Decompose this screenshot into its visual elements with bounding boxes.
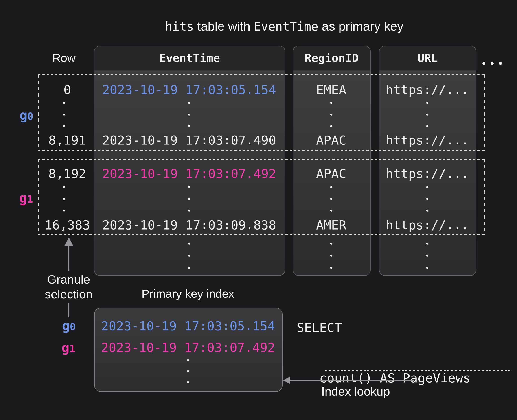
pk-index-entry-g0: 2023-10-19 17:03:05.154	[101, 319, 275, 333]
g0-region-ellipsis-icon	[330, 102, 332, 127]
g0-eventtime-ellipsis-icon	[188, 102, 190, 127]
g1-last-url: https://...	[386, 218, 469, 232]
g0-url-ellipsis-icon	[426, 102, 428, 127]
g0-last-region: APAC	[316, 133, 346, 147]
sql-line-select: SELECT	[297, 319, 501, 336]
title-text-2: as primary key	[318, 19, 404, 33]
g1-first-row-number: 8,192	[48, 166, 86, 181]
g1-first-eventtime: 2023-10-19 17:03:07.492	[102, 166, 276, 181]
predicate-underline	[325, 370, 512, 371]
granule-selection-arrowhead-icon	[64, 237, 73, 246]
g1-row-ellipsis-icon	[63, 186, 65, 211]
title-code-eventtime: EventTime	[254, 20, 318, 33]
g1-last-row-number: 16,383	[45, 218, 90, 232]
granule-label-g0: g0	[20, 108, 33, 123]
index-lookup-connector-vertical	[413, 371, 414, 380]
g0-first-row-number: 0	[63, 82, 71, 97]
pk-index-entry-g1: 2023-10-19 17:03:07.492	[101, 340, 275, 355]
column-header-regionid: RegionID	[293, 46, 370, 70]
title-code-hits: hits	[165, 20, 194, 33]
eventtime-more-rows-ellipsis-icon	[188, 242, 190, 269]
column-header-url: URL	[379, 46, 476, 70]
pk-index-label-g0: g0	[62, 318, 76, 333]
granule-selection-arrow-shaft-upper	[68, 246, 69, 270]
diagram-title: hits table with EventTime as primary key	[26, 19, 517, 33]
title-text-1: table with	[194, 19, 254, 33]
primary-key-index-title: Primary key index	[94, 287, 282, 300]
pk-index-ellipsis-icon	[187, 359, 189, 383]
g0-first-region: EMEA	[316, 82, 346, 97]
g1-last-eventtime: 2023-10-19 17:03:09.838	[102, 218, 276, 232]
sql-query: SELECT count() AS PageViews FROM hits WH…	[297, 285, 501, 420]
index-lookup-connector-horizontal	[290, 380, 414, 381]
g1-eventtime-ellipsis-icon	[188, 186, 190, 211]
column-header-eventtime: EventTime	[94, 46, 285, 70]
pk-index-label-g1: g1	[61, 340, 75, 355]
row-column-header: Row	[42, 51, 86, 65]
g1-url-ellipsis-icon	[426, 186, 428, 211]
granule-label-g1: g1	[19, 190, 33, 206]
diagram-canvas: hits table with EventTime as primary key…	[0, 0, 517, 420]
granule-selection-arrow-shaft-lower	[68, 303, 69, 317]
g0-last-url: https://...	[386, 133, 469, 147]
g0-row-ellipsis-icon	[63, 102, 65, 127]
g0-last-eventtime: 2023-10-19 17:03:07.490	[102, 133, 276, 147]
more-columns-ellipsis-icon	[482, 62, 502, 65]
g1-last-region: AMER	[316, 218, 346, 232]
g1-region-ellipsis-icon	[330, 186, 332, 211]
g1-first-region: APAC	[316, 166, 346, 181]
index-lookup-label: Index lookup	[311, 384, 401, 398]
sql-line-count: count() AS PageViews	[297, 369, 501, 386]
url-more-rows-ellipsis-icon	[426, 242, 428, 269]
index-lookup-arrowhead-icon	[283, 377, 290, 384]
g0-last-row-number: 8,191	[48, 133, 86, 147]
region-more-rows-ellipsis-icon	[330, 242, 332, 269]
g0-first-url: https://...	[386, 82, 469, 97]
g0-first-eventtime: 2023-10-19 17:03:05.154	[102, 82, 276, 97]
g1-first-url: https://...	[386, 166, 469, 181]
